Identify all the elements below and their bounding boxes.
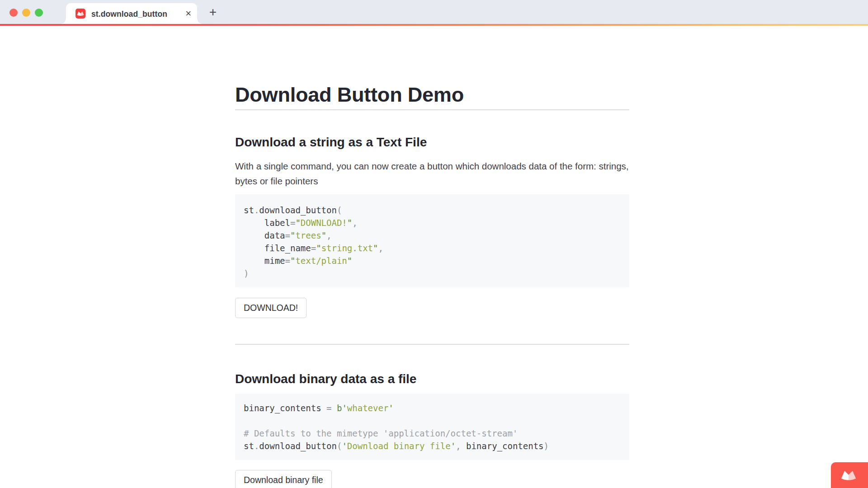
tab-title: st.download_button	[91, 3, 167, 24]
streamlit-app-page: Download Button Demo Download a string a…	[0, 26, 868, 488]
divider	[235, 344, 629, 345]
section-heading-binary: Download binary data as a file	[235, 372, 633, 386]
divider	[235, 109, 629, 110]
page-title: Download Button Demo	[235, 83, 633, 107]
download-string-button[interactable]: DOWNLOAD!	[235, 298, 307, 318]
code-block-string-example: st.download_button( label="DOWNLOAD!", d…	[235, 194, 629, 287]
traffic-light-maximize[interactable]	[35, 9, 43, 17]
traffic-light-close[interactable]	[9, 9, 18, 17]
browser-tab-bar: st.download_button × +	[0, 0, 868, 24]
close-tab-icon[interactable]: ×	[185, 3, 191, 24]
streamlit-logo-icon	[841, 470, 856, 481]
new-tab-button[interactable]: +	[204, 3, 222, 22]
code-block-binary-example: binary_contents = b'whatever' # Defaults…	[235, 394, 629, 460]
section-description: With a single command, you can now creat…	[235, 159, 633, 188]
download-binary-button[interactable]: Download binary file	[235, 470, 332, 488]
section-heading-string: Download a string as a Text File	[235, 135, 633, 150]
streamlit-badge[interactable]	[831, 462, 868, 488]
browser-tab[interactable]: st.download_button ×	[66, 3, 197, 24]
streamlit-favicon-icon	[75, 9, 85, 19]
traffic-light-minimize[interactable]	[22, 9, 30, 17]
